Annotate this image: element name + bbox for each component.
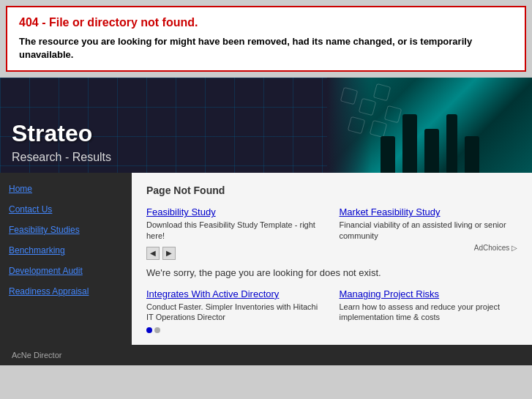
ad-desc-feasibility: Download this Feasibility Study Template… — [146, 220, 325, 241]
banner-subtitle: Research - Results — [12, 151, 111, 164]
sorry-text: We're sorry, the page you are looking fo… — [146, 267, 517, 278]
content-area: Page Not Found Feasibility Study Downloa… — [132, 173, 532, 344]
ad-columns-1: Feasibility Study Download this Feasibil… — [146, 206, 517, 260]
sidebar-item-readiness[interactable]: Readiness Appraisal — [0, 281, 132, 302]
sidebar-item-contact[interactable]: Contact Us — [0, 199, 132, 220]
ad-next-button[interactable]: ▶ — [162, 247, 176, 260]
banner: Strateo Research - Results — [0, 78, 532, 173]
sidebar-item-feasibility[interactable]: Feasibility Studies — [0, 220, 132, 240]
silhouette-3 — [424, 129, 439, 173]
ad-navigation: ◀ ▶ — [146, 247, 325, 260]
silhouette-1 — [381, 136, 395, 173]
main-layout: Home Contact Us Feasibility Studies Benc… — [0, 173, 532, 344]
banner-title: Strateo — [12, 120, 92, 147]
ad-link-feasibility[interactable]: Feasibility Study — [146, 206, 325, 217]
error-title: 404 - File or directory not found. — [19, 16, 513, 29]
error-description: The resource you are looking for might h… — [19, 35, 513, 61]
hex-3 — [373, 83, 391, 101]
ad-link-market[interactable]: Market Feasibility Study — [340, 206, 518, 217]
adchoices[interactable]: AdChoices ▷ — [340, 244, 518, 252]
ad-prev-button[interactable]: ◀ — [146, 247, 160, 260]
ad-col-2: Market Feasibility Study Financial viabi… — [340, 206, 518, 260]
ad-dots-1 — [146, 327, 325, 333]
sidebar-item-dev-audit[interactable]: Development Audit — [0, 261, 132, 281]
banner-silhouettes — [327, 107, 532, 173]
footer-text: AcNe Director — [12, 351, 61, 359]
dot-2 — [154, 327, 160, 333]
ad-link-active-directory[interactable]: Integrates With Active Directory — [146, 288, 325, 299]
ad-col-3: Integrates With Active Directory Conduct… — [146, 288, 325, 333]
footer-bar: AcNe Director — [0, 345, 532, 365]
ad-col-1: Feasibility Study Download this Feasibil… — [146, 206, 325, 260]
page-not-found-title: Page Not Found — [146, 184, 517, 196]
ad-desc-active-directory: Conduct Faster. Simpler Inventories with… — [146, 302, 325, 323]
sidebar-item-benchmarking[interactable]: Benchmarking — [0, 240, 132, 261]
silhouette-2 — [402, 114, 417, 173]
ad-link-project-risks[interactable]: Managing Project Risks — [340, 288, 518, 299]
sidebar-item-home[interactable]: Home — [0, 179, 132, 199]
ad-desc-project-risks: Learn how to assess and reduce your proj… — [340, 302, 518, 323]
hex-1 — [340, 87, 358, 105]
ad-desc-market: Financial viability of an assisted livin… — [340, 220, 518, 241]
silhouette-4 — [446, 114, 457, 173]
error-box: 404 - File or directory not found. The r… — [6, 6, 526, 72]
banner-image — [327, 78, 532, 173]
ad-col-4: Managing Project Risks Learn how to asse… — [340, 288, 518, 333]
ad-columns-2: Integrates With Active Directory Conduct… — [146, 288, 517, 333]
dot-1 — [146, 327, 152, 333]
sidebar: Home Contact Us Feasibility Studies Benc… — [0, 173, 132, 344]
silhouette-5 — [465, 136, 479, 173]
